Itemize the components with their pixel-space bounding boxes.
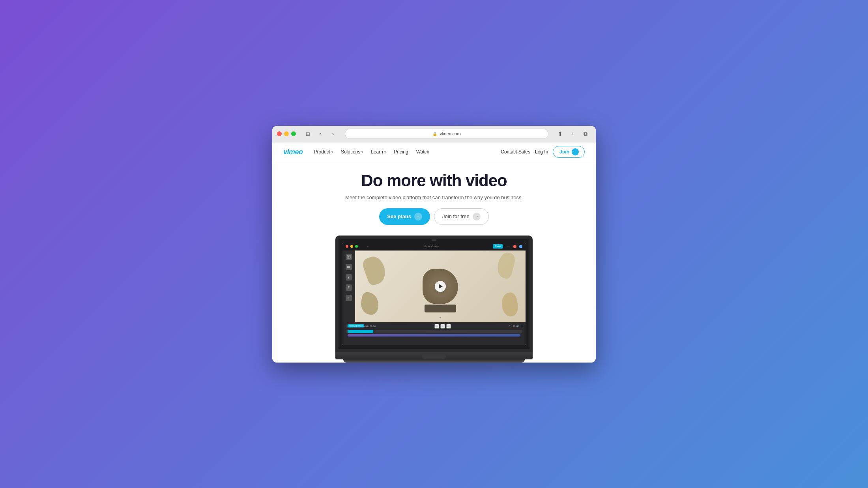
learn-chevron-icon: ▾	[384, 150, 386, 154]
volume-icon[interactable]: 🔊	[516, 325, 519, 327]
abstract-shape-2	[495, 251, 516, 279]
browser-actions: ⬆ + ⧉	[555, 129, 591, 138]
browser-window: ⊞ ‹ › 🔒 vimeo.com ⬆ + ⧉ vimeo Product ▾	[272, 126, 596, 363]
join-free-button[interactable]: Join for free →	[434, 208, 489, 225]
editor-close-icon[interactable]	[346, 245, 348, 248]
editor-save-button[interactable]: Save	[493, 244, 503, 249]
hero-title: Do more with video	[361, 172, 507, 190]
laptop-foot	[343, 359, 525, 363]
editor-record-icon	[513, 245, 516, 248]
svg-rect-3	[347, 267, 350, 268]
svg-marker-1	[348, 256, 350, 258]
laptop: ← New Video Save ⋯	[335, 236, 533, 363]
maximize-button[interactable]	[291, 131, 296, 136]
svg-text:T: T	[348, 276, 350, 279]
nav-product[interactable]: Product ▾	[311, 148, 336, 156]
tab-overview-button[interactable]: ⧉	[580, 129, 591, 138]
timeline-clip[interactable]	[348, 330, 373, 333]
rewind-button[interactable]: ⏮	[434, 324, 439, 329]
browser-titlebar: ⊞ ‹ › 🔒 vimeo.com ⬆ + ⧉	[272, 126, 596, 142]
sidebar-text-icon[interactable]: T	[346, 274, 352, 280]
laptop-screen: ← New Video Save ⋯	[335, 236, 533, 352]
timeline-controls: Transcript 0:00 / 00:00 ⏮ ▶ ⏭ ⛶	[346, 324, 522, 329]
back-button[interactable]: ‹	[315, 129, 326, 138]
sidebar-media-icon[interactable]	[346, 254, 352, 260]
forward-button[interactable]: ›	[327, 129, 339, 138]
laptop-mockup: ← New Video Save ⋯	[272, 234, 596, 363]
playback-controls: ⏮ ▶ ⏭	[434, 324, 451, 329]
share-button[interactable]: ⬆	[555, 129, 566, 138]
nav-learn[interactable]: Learn ▾	[368, 148, 389, 156]
sidebar-music-icon[interactable]: ♪	[346, 295, 352, 301]
timeline-clip-label: Title Slide Here	[348, 324, 364, 327]
keyboard-shape	[425, 305, 456, 312]
join-nav-button[interactable]: Join →	[553, 146, 585, 158]
play-button[interactable]	[435, 281, 446, 292]
play-triangle-icon	[439, 284, 443, 289]
svg-point-5	[348, 286, 350, 288]
traffic-lights	[277, 131, 296, 136]
editor-sidebar: T ♪	[342, 251, 355, 322]
editor-main	[355, 251, 526, 322]
nav-watch[interactable]: Watch	[413, 148, 433, 156]
editor-timeline: Transcript 0:00 / 00:00 ⏮ ▶ ⏭ ⛶	[342, 322, 526, 345]
hero-subtitle: Meet the complete video platform that ca…	[345, 194, 523, 200]
join-free-arrow-icon: →	[473, 213, 481, 221]
see-plans-button[interactable]: See plans →	[379, 208, 430, 225]
page-content: vimeo Product ▾ Solutions ▾ Learn ▾ Pric…	[272, 142, 596, 363]
hero-buttons: See plans → Join for free →	[379, 208, 488, 225]
nav-pricing[interactable]: Pricing	[391, 148, 412, 156]
close-button[interactable]	[277, 131, 282, 136]
timeline-progress-bar[interactable]	[348, 334, 520, 337]
laptop-hinge	[422, 355, 446, 359]
editor-minimize-icon[interactable]	[350, 245, 353, 248]
laptop-base	[335, 352, 533, 359]
join-nav-arrow-icon: →	[572, 148, 579, 155]
browser-controls: ⊞ ‹ ›	[302, 129, 339, 138]
see-plans-arrow-icon: →	[414, 213, 422, 221]
play-pause-button[interactable]: ▶	[440, 324, 445, 329]
contact-sales-button[interactable]: Contact Sales	[501, 149, 530, 155]
nav-links: Product ▾ Solutions ▾ Learn ▾ Pricing Wa…	[311, 148, 501, 156]
nav-right: Contact Sales Log In Join →	[501, 146, 585, 158]
navbar: vimeo Product ▾ Solutions ▾ Learn ▾ Pric…	[272, 142, 596, 162]
log-in-button[interactable]: Log In	[535, 149, 548, 155]
hero-section: Do more with video Meet the complete vid…	[272, 162, 596, 363]
timeline-track[interactable]: Title Slide Here	[346, 330, 522, 333]
product-chevron-icon: ▾	[331, 150, 333, 154]
sidebar-layers-icon[interactable]	[346, 264, 352, 270]
time-display: 0:00 / 00:00	[363, 325, 376, 327]
new-tab-button[interactable]: +	[567, 129, 578, 138]
tab-layout-button[interactable]: ⊞	[302, 129, 313, 138]
minimize-button[interactable]	[284, 131, 289, 136]
laptop-notch	[432, 239, 436, 241]
vimeo-logo[interactable]: vimeo	[283, 148, 303, 156]
editor-maximize-icon[interactable]	[355, 245, 358, 248]
more-options-icon[interactable]: ⋯	[520, 325, 522, 328]
video-thumbnail	[355, 251, 526, 322]
svg-text:♪: ♪	[347, 296, 349, 300]
abstract-shape-4	[500, 291, 520, 317]
editor-blue-dot-icon	[519, 245, 522, 248]
abstract-shape-3	[359, 291, 381, 316]
sidebar-people-icon[interactable]	[346, 284, 352, 291]
fullscreen-icon[interactable]: ⛶	[509, 325, 512, 327]
svg-rect-2	[347, 266, 350, 267]
editor-title: New Video	[371, 245, 491, 248]
solutions-chevron-icon: ▾	[361, 150, 363, 154]
fast-forward-button[interactable]: ⏭	[446, 324, 451, 329]
video-scrubber-dot	[440, 317, 441, 318]
timeline-wrapper: Title Slide Here	[346, 330, 522, 333]
editor-topbar: ← New Video Save ⋯	[342, 243, 526, 251]
video-editor: ← New Video Save ⋯	[342, 243, 526, 345]
address-bar[interactable]: 🔒 vimeo.com	[345, 129, 548, 139]
url-text: vimeo.com	[440, 131, 460, 136]
abstract-shape-1	[361, 254, 389, 286]
lock-icon: 🔒	[432, 132, 437, 136]
nav-solutions[interactable]: Solutions ▾	[338, 148, 366, 156]
settings-icon[interactable]: ⚙	[513, 325, 515, 328]
editor-body: T ♪	[342, 251, 526, 322]
